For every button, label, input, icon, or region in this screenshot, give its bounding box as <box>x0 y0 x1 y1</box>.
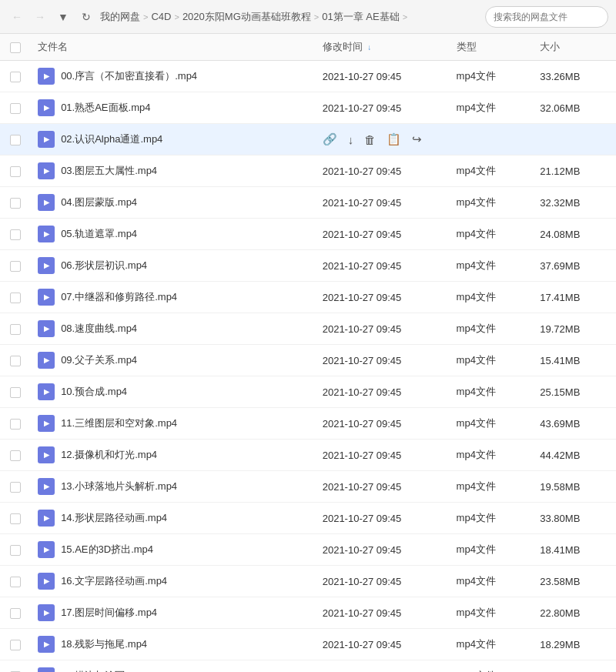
row-name-cell: ▶15.AE的3D挤出.mp4 <box>30 534 315 566</box>
nav-back-button[interactable]: ← <box>8 8 26 26</box>
nav-refresh-button[interactable]: ↻ <box>77 8 95 26</box>
file-name-text[interactable]: 10.预合成.mp4 <box>61 385 127 399</box>
row-checkbox[interactable] <box>10 229 21 240</box>
row-check-cell <box>0 219 30 250</box>
file-mp4-icon: ▶ <box>38 99 55 116</box>
row-date-cell: 2021-10-27 09:45 <box>315 503 449 534</box>
file-name-text[interactable]: 04.图层蒙版.mp4 <box>61 196 137 209</box>
row-checkbox[interactable] <box>10 72 21 82</box>
row-checkbox[interactable] <box>10 482 21 493</box>
row-type-cell: mp4文件 <box>449 534 533 566</box>
breadcrumb: 我的网盘 > C4D > 2020东阳MG动画基础班教程 > 01第一章 AE基… <box>100 10 480 24</box>
file-name-text[interactable]: 17.图层时间偏移.mp4 <box>61 606 157 620</box>
row-checkbox[interactable] <box>10 545 21 556</box>
breadcrumb-item-root[interactable]: 我的网盘 <box>100 10 140 24</box>
file-name-text[interactable]: 12.摄像机和灯光.mp4 <box>61 448 157 462</box>
nav-menu-button[interactable]: ▼ <box>54 8 72 26</box>
row-checkbox[interactable] <box>10 356 21 366</box>
row-checkbox[interactable] <box>10 198 21 209</box>
file-name-text[interactable]: 18.残影与拖尾.mp4 <box>61 637 147 651</box>
row-checkbox[interactable] <box>10 166 21 177</box>
table-row: ▶13.小球落地片头解析.mp42021-10-27 09:45mp4文件19.… <box>0 471 616 503</box>
header-check[interactable] <box>0 34 30 61</box>
row-check-cell <box>0 124 30 155</box>
file-name-text[interactable]: 07.中继器和修剪路径.mp4 <box>61 290 177 304</box>
row-name-cell: ▶13.小球落地片头解析.mp4 <box>30 471 315 503</box>
row-size-cell: 19.58MB <box>532 471 616 503</box>
table-row: ▶05.轨道遮罩.mp42021-10-27 09:45mp4文件24.08MB <box>0 219 616 250</box>
row-checkbox[interactable] <box>10 450 21 461</box>
file-name-text[interactable]: 15.AE的3D挤出.mp4 <box>61 543 153 557</box>
header-name[interactable]: 文件名 <box>30 34 315 61</box>
file-name-text[interactable]: 03.图层五大属性.mp4 <box>61 164 157 178</box>
row-date-cell: 2021-10-27 09:45 <box>315 440 449 471</box>
share-icon[interactable]: 🔗 <box>323 132 337 146</box>
file-name-text[interactable]: 16.文字层路径动画.mp4 <box>61 574 167 588</box>
row-size-cell: 33.80MB <box>532 503 616 534</box>
preview-icon[interactable]: 📋 <box>387 132 401 146</box>
row-date-cell: 2021-10-27 09:45 <box>315 566 449 597</box>
row-checkbox[interactable] <box>10 513 21 524</box>
file-name-text[interactable]: 02.认识Alpha通道.mp4 <box>61 132 162 146</box>
row-checkbox[interactable] <box>10 103 21 114</box>
file-name-text[interactable]: 01.熟悉AE面板.mp4 <box>61 101 150 115</box>
file-table: 文件名 修改时间 ↓ 类型 大小 ▶00.序言（不加密直接看）.mp42021-… <box>0 34 616 672</box>
file-name-text[interactable]: 08.速度曲线.mp4 <box>61 322 137 336</box>
row-checkbox[interactable] <box>10 577 21 587</box>
file-mp4-icon: ▶ <box>38 510 55 527</box>
header-size[interactable]: 大小 <box>532 34 616 61</box>
more-icon[interactable]: ↪ <box>412 132 422 146</box>
row-check-cell <box>0 155 30 187</box>
file-mp4-icon: ▶ <box>38 415 55 432</box>
row-checkbox[interactable] <box>10 387 21 398</box>
row-date-cell: 2021-10-27 09:45 <box>315 660 449 673</box>
file-name-text[interactable]: 09.父子关系.mp4 <box>61 353 137 367</box>
file-mp4-icon: ▶ <box>38 478 55 495</box>
file-name-text[interactable]: 00.序言（不加密直接看）.mp4 <box>61 69 197 83</box>
breadcrumb-item-c4d[interactable]: C4D <box>151 11 171 22</box>
row-size-cell: 43.69MB <box>532 408 616 440</box>
row-type-cell: mp4文件 <box>449 408 533 440</box>
file-mp4-icon: ▶ <box>38 320 55 337</box>
file-name-text[interactable]: 13.小球落地片头解析.mp4 <box>61 480 177 493</box>
row-size-cell: 32.06MB <box>532 92 616 124</box>
nav-forward-button[interactable]: → <box>31 8 49 26</box>
file-name-text[interactable]: 19.描边与涂写.mp4 <box>61 669 147 672</box>
row-type-cell: mp4文件 <box>449 61 533 92</box>
row-name-cell: ▶14.形状层路径动画.mp4 <box>30 503 315 534</box>
search-input[interactable] <box>485 6 608 28</box>
row-type-cell: mp4文件 <box>449 282 533 313</box>
row-size-cell: 32.32MB <box>532 187 616 219</box>
row-check-cell <box>0 471 30 503</box>
row-type-cell: mp4文件 <box>449 503 533 534</box>
row-checkbox[interactable] <box>10 324 21 335</box>
row-checkbox[interactable] <box>10 640 21 650</box>
row-size-cell: 25.15MB <box>532 376 616 408</box>
file-name-text[interactable]: 14.形状层路径动画.mp4 <box>61 511 167 525</box>
row-checkbox[interactable] <box>10 135 21 145</box>
file-name-text[interactable]: 05.轨道遮罩.mp4 <box>61 227 137 241</box>
row-name-cell: ▶04.图层蒙版.mp4 <box>30 187 315 219</box>
file-mp4-icon: ▶ <box>38 636 55 653</box>
file-name-text[interactable]: 11.三维图层和空对象.mp4 <box>61 416 177 430</box>
row-checkbox[interactable] <box>10 608 21 619</box>
breadcrumb-item-chapter[interactable]: 01第一章 AE基础 <box>322 10 399 24</box>
row-date-cell: 2021-10-27 09:45 <box>315 187 449 219</box>
download-icon[interactable]: ↓ <box>348 133 354 146</box>
delete-icon[interactable]: 🗑 <box>364 133 376 146</box>
header-type[interactable]: 类型 <box>449 34 533 61</box>
header-checkbox[interactable] <box>10 42 21 53</box>
action-bar: 🔗↓🗑📋↪ <box>323 132 608 146</box>
table-row: ▶16.文字层路径动画.mp42021-10-27 09:45mp4文件23.5… <box>0 566 616 597</box>
table-row: ▶02.认识Alpha通道.mp4🔗↓🗑📋↪ <box>0 124 616 155</box>
file-name-text[interactable]: 06.形状层初识.mp4 <box>61 259 147 272</box>
row-checkbox[interactable] <box>10 419 21 430</box>
header-date[interactable]: 修改时间 ↓ <box>315 34 449 61</box>
row-type-cell: mp4文件 <box>449 92 533 124</box>
row-name-cell: ▶05.轨道遮罩.mp4 <box>30 219 315 250</box>
file-mp4-icon: ▶ <box>38 352 55 369</box>
breadcrumb-item-course[interactable]: 2020东阳MG动画基础班教程 <box>182 10 311 24</box>
row-checkbox[interactable] <box>10 293 21 303</box>
row-checkbox[interactable] <box>10 261 21 272</box>
row-check-cell <box>0 660 30 673</box>
